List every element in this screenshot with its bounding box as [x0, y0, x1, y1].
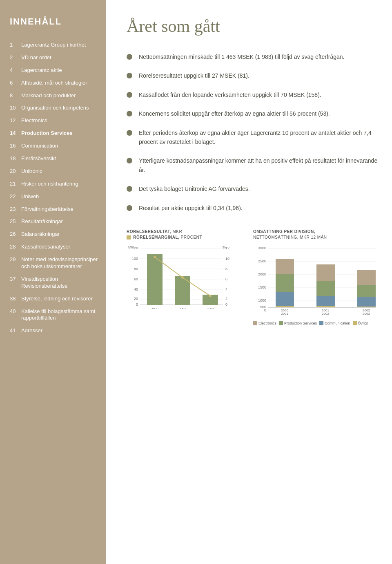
bullet-text: Det tyska bolaget Unitronic AG förvärvad… [139, 184, 384, 193]
sidebar-item-26[interactable]: 26 Balansräkningar [10, 231, 98, 238]
sidebar-item-14[interactable]: 14 Production Services [10, 130, 98, 137]
chart2-container: OMSÄTTNING PER DIVISION, nettoomsättning… [253, 229, 384, 325]
svg-text:2000: 2000 [258, 272, 266, 276]
bullet-text: Koncernens soliditet uppgår efter återkö… [139, 109, 384, 118]
chart1-title-bold: RÖRELSERESULTAT, [127, 229, 171, 234]
bullet-item-2: Rörelseresultatet uppgick till 27 MSEK (… [127, 71, 384, 80]
sidebar-item-num: 37 [10, 276, 21, 283]
bullet-dot [127, 130, 132, 136]
sidebar-item-label: Lagercrantz Group i korthet [21, 42, 86, 49]
sidebar-item-21[interactable]: 21 Risker och riskhantering [10, 181, 98, 188]
sidebar-item-40[interactable]: 40 Kallelse till bolagsstämma samt rappo… [10, 308, 98, 322]
sidebar-item-label: Risker och riskhantering [21, 181, 78, 188]
svg-text:1000: 1000 [258, 298, 266, 302]
sidebar-item-num: 23 [10, 206, 21, 213]
bullet-item-6: Ytterligare kostnadsanpassningar kommer … [127, 156, 384, 175]
svg-text:2500: 2500 [258, 259, 266, 263]
sidebar-item-label: Affärsidé, mål och strategier [21, 80, 87, 87]
sidebar-title: INNEHÅLL [10, 16, 98, 27]
svg-text:2002: 2002 [207, 307, 214, 309]
sidebar-item-num: 8 [10, 92, 21, 99]
sidebar-item-28[interactable]: 28 Kassaflödesanalyser [10, 244, 98, 251]
sidebar-item-20[interactable]: 20 Unitronic [10, 168, 98, 175]
svg-text:60: 60 [134, 277, 138, 281]
svg-text:Mkr: Mkr [128, 245, 134, 249]
bullet-dot [127, 54, 132, 60]
legend-ovrigt-label: Övrigt [358, 321, 368, 325]
legend-communication-color [319, 321, 323, 325]
sidebar-item-label: Styrelse, ledning och revisorer [21, 295, 93, 302]
sidebar-item-num: 21 [10, 181, 21, 188]
sidebar-item-25[interactable]: 25 Resultaträkningar [10, 218, 98, 225]
chart2-chart: 3000 2500 2000 1500 1000 500 0 [253, 244, 384, 319]
chart2-svg: 3000 2500 2000 1500 1000 500 0 [253, 244, 384, 317]
chart2-title-bold: OMSÄTTNING PER DIVISION, [253, 229, 315, 234]
bullet-dot [127, 158, 132, 163]
sidebar-item-num: 6 [10, 80, 21, 87]
sidebar-item-37[interactable]: 37 Vinstdisposition Revisionsberättelse [10, 276, 98, 290]
legend-production-color [279, 321, 283, 325]
bullet-item-5: Efter periodens återköp av egna aktier ä… [127, 128, 384, 147]
svg-text:12: 12 [225, 246, 229, 250]
svg-rect-43 [276, 292, 294, 306]
svg-text:2: 2 [225, 297, 227, 301]
svg-text:100: 100 [132, 257, 138, 261]
sidebar-item-label: Uniweb [21, 193, 39, 200]
sidebar-item-label: Organisation och kompetens [21, 105, 89, 112]
bullet-dot [127, 92, 132, 98]
sidebar-item-num: 16 [10, 143, 21, 150]
chart1-title: RÖRELSERESULTAT, Mkr RÖRELSEMARGINAL, pr… [127, 229, 237, 240]
legend-communication: Communication [319, 321, 350, 325]
legend-electronics-label: Electronics [258, 321, 276, 325]
svg-text:10: 10 [225, 257, 229, 261]
legend-production: Production Services [279, 321, 317, 325]
sidebar-item-num: 20 [10, 168, 21, 175]
sidebar-item-1[interactable]: 1 Lagercrantz Group i korthet [10, 42, 98, 49]
sidebar-item-num: 29 [10, 256, 21, 263]
bullet-item-3: Kassaflödet från den löpande verksamhete… [127, 90, 384, 99]
sidebar-item-label: Adresser [21, 327, 42, 334]
bar-2001-2002 [175, 276, 190, 305]
legend-communication-label: Communication [325, 321, 350, 325]
svg-text:2000: 2000 [151, 307, 158, 309]
sidebar-item-18[interactable]: 18 Flerårsöversikt [10, 155, 98, 162]
svg-rect-53 [357, 270, 376, 285]
sidebar-item-4[interactable]: 4 Lagercrantz aktie [10, 67, 98, 74]
sidebar-item-41[interactable]: 41 Adresser [10, 327, 98, 334]
main-content: Året som gått Nettoomsättningen minskade… [106, 0, 392, 564]
legend-production-label: Production Services [284, 321, 317, 325]
bullet-item-4: Koncernens soliditet uppgår efter återkö… [127, 109, 384, 118]
svg-rect-48 [316, 281, 335, 296]
svg-text:8: 8 [225, 267, 227, 271]
sidebar-item-22[interactable]: 22 Uniweb [10, 193, 98, 200]
sidebar-item-num: 26 [10, 231, 21, 238]
sidebar-item-label: Förvaltningsberättelse [21, 206, 74, 213]
sidebar-item-23[interactable]: 23 Förvaltningsberättelse [10, 206, 98, 213]
sidebar-item-12[interactable]: 12 Electronics [10, 117, 98, 124]
svg-text:80: 80 [134, 267, 138, 271]
bar-2000-2001 [147, 254, 163, 305]
chart1-title2-bold: RÖRELSEMARGINAL, [133, 235, 179, 239]
sidebar-item-num: 1 [10, 42, 21, 49]
sidebar-item-num: 38 [10, 295, 21, 302]
svg-rect-51 [357, 297, 376, 307]
sidebar-item-label: Electronics [21, 117, 47, 124]
sidebar-item-16[interactable]: 16 Communication [10, 143, 98, 150]
bullet-dot [127, 73, 132, 78]
sidebar-item-num: 25 [10, 218, 21, 225]
svg-rect-50 [357, 307, 376, 307]
sidebar-item-29[interactable]: 29 Noter med redovisningsprinciper och b… [10, 256, 98, 270]
sidebar-item-10[interactable]: 10 Organisation och kompetens [10, 105, 98, 112]
sidebar-item-38[interactable]: 38 Styrelse, ledning och revisorer [10, 295, 98, 302]
chart2-legend: Electronics Production Services Communic… [253, 321, 384, 325]
sidebar-item-2[interactable]: 2 VD har ordet [10, 54, 98, 61]
sidebar-item-label: Balansräkningar [21, 231, 60, 238]
sidebar-item-8[interactable]: 8 Marknad och produkter [10, 92, 98, 99]
bullet-item-7: Det tyska bolaget Unitronic AG förvärvad… [127, 184, 384, 193]
svg-text:2003: 2003 [363, 312, 370, 316]
sidebar-item-label: Vinstdisposition Revisionsberättelse [21, 276, 98, 290]
sidebar-item-num: 18 [10, 155, 21, 162]
charts-section: RÖRELSERESULTAT, Mkr RÖRELSEMARGINAL, pr… [127, 229, 384, 325]
sidebar-item-6[interactable]: 6 Affärsidé, mål och strategier [10, 80, 98, 87]
svg-text:6: 6 [225, 277, 227, 281]
